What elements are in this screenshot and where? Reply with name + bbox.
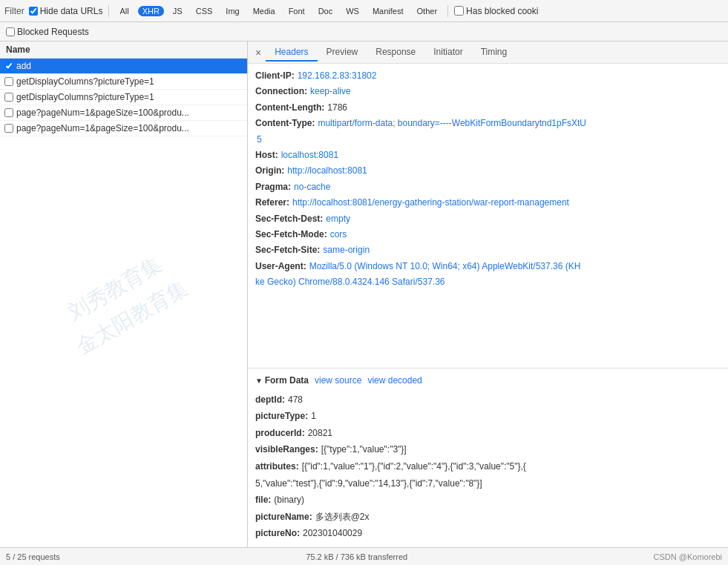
header-val-cont: ke Gecko) Chrome/88.0.4324.146 Safari/53… <box>255 274 445 289</box>
form-val: [{"type":1,"value":"3"}] <box>321 442 407 458</box>
watermark-area: 刘秀教育集金太阳教育集 add getDisplayColumns?pictur… <box>0 59 247 547</box>
form-data-title: Form Data <box>255 373 309 389</box>
form-val: 478 <box>288 392 303 409</box>
header-key: Referer: <box>255 195 289 210</box>
form-val: 多选列表@2x <box>315 509 370 526</box>
tab-response[interactable]: Response <box>367 44 424 62</box>
header-row: Content-Type: multipart/form-data; bound… <box>255 116 721 130</box>
form-row: pictureName: 多选列表@2x <box>255 509 721 526</box>
header-row: Sec-Fetch-Mode: cors <box>255 227 721 242</box>
header-row: User-Agent: Mozilla/5.0 (Windows NT 10.0… <box>255 259 721 274</box>
form-key: pictureType: <box>255 409 308 425</box>
header-row: Referer: http://localhost:8081/energy-ga… <box>255 195 721 210</box>
form-key: file: <box>255 492 271 509</box>
header-row: Sec-Fetch-Site: same-origin <box>255 242 721 257</box>
tab-initiator[interactable]: Initiator <box>424 44 471 62</box>
form-row: visibleRanges: [{"type":1,"value":"3"}] <box>255 442 721 458</box>
has-blocked-label[interactable]: Has blocked cooki <box>454 6 538 16</box>
form-row: pictureType: 1 <box>255 409 721 425</box>
list-item-text: getDisplayColumns?pictureType=1 <box>16 76 243 87</box>
form-key: pictureNo: <box>255 526 300 542</box>
form-val: 20821 <box>308 426 332 442</box>
header-key: Client-IP: <box>255 68 295 83</box>
form-val: 202301040029 <box>303 526 362 542</box>
header-row: Host: localhost:8081 <box>255 148 721 162</box>
list-item[interactable]: getDisplayColumns?pictureType=1 <box>0 90 247 105</box>
header-row: Origin: http://localhost:8081 <box>255 163 721 178</box>
filter-btn-doc[interactable]: Doc <box>314 6 338 16</box>
header-row: Content-Length: 1786 <box>255 100 721 115</box>
header-val: same-origin <box>323 242 370 257</box>
list-item-checkbox[interactable] <box>4 108 13 117</box>
header-row-cont: ke Gecko) Chrome/88.0.4324.146 Safari/53… <box>255 274 721 289</box>
status-right: CSDN @Komorebi <box>654 552 722 561</box>
header-key: Sec-Fetch-Mode: <box>255 227 327 242</box>
status-bar: 5 / 25 requests 75.2 kB / 736 kB transfe… <box>0 547 728 565</box>
header-key: Host: <box>255 148 278 162</box>
view-decoded-link[interactable]: view decoded <box>367 373 422 389</box>
header-key: User-Agent: <box>255 259 306 274</box>
filter-btn-font[interactable]: Font <box>284 6 309 16</box>
header-val: empty <box>326 211 350 226</box>
filter-toolbar: Filter Hide data URLs All XHR JS CSS Img… <box>0 0 728 22</box>
view-source-link[interactable]: view source <box>315 373 361 389</box>
list-item-checkbox[interactable] <box>4 124 13 133</box>
list-item[interactable]: getDisplayColumns?pictureType=1 <box>0 74 247 90</box>
filter-btn-manifest[interactable]: Manifest <box>368 6 408 16</box>
header-key: Sec-Fetch-Dest: <box>255 211 323 226</box>
blocked-requests-checkbox[interactable] <box>6 27 15 36</box>
network-list: add getDisplayColumns?pictureType=1 getD… <box>0 59 247 136</box>
filter-btn-all[interactable]: All <box>115 6 133 16</box>
header-val: 1786 <box>327 100 347 115</box>
form-val: 1 <box>311 409 316 425</box>
tab-preview[interactable]: Preview <box>318 44 367 62</box>
divider <box>108 5 109 17</box>
header-val: keep-alive <box>310 84 351 99</box>
form-row: pictureNo: 202301040029 <box>255 526 721 542</box>
filter-btn-other[interactable]: Other <box>413 6 442 16</box>
filter-btn-media[interactable]: Media <box>249 6 280 16</box>
has-blocked-text: Has blocked cooki <box>466 6 538 16</box>
status-requests: 5 / 25 requests <box>6 552 60 561</box>
header-key: Connection: <box>255 84 307 99</box>
form-data-header: Form Data view source view decoded <box>255 373 721 389</box>
list-item-checkbox[interactable] <box>4 62 13 70</box>
list-item-text: page?pageNum=1&pageSize=100&produ... <box>16 123 243 133</box>
toolbar2: Blocked Requests <box>0 22 728 42</box>
hide-data-urls-checkbox[interactable] <box>29 7 38 16</box>
tab-headers[interactable]: Headers <box>266 44 317 62</box>
hide-data-urls-checkbox-label[interactable]: Hide data URLs <box>29 6 103 16</box>
hide-data-urls-label: Hide data URLs <box>40 6 103 16</box>
list-item-checkbox[interactable] <box>4 93 13 102</box>
left-panel: Name 刘秀教育集金太阳教育集 add getDisplayColumns?p… <box>0 42 248 547</box>
form-key: attributes: <box>255 459 299 475</box>
list-item[interactable]: page?pageNum=1&pageSize=100&produ... <box>0 105 247 121</box>
blocked-requests-label[interactable]: Blocked Requests <box>6 27 89 37</box>
header-val: http://localhost:8081 <box>287 163 367 178</box>
tab-timing[interactable]: Timing <box>472 44 517 62</box>
has-blocked-checkbox[interactable] <box>454 6 464 16</box>
header-row-cont: 5 <box>255 132 721 147</box>
status-transfer: 75.2 kB / 736 kB transferred <box>306 552 407 561</box>
form-val: (binary) <box>274 492 304 509</box>
header-key: Content-Length: <box>255 100 324 115</box>
list-item[interactable]: add <box>0 59 247 74</box>
filter-btn-img[interactable]: Img <box>221 6 243 16</box>
form-row: file: (binary) <box>255 492 721 509</box>
header-row: Sec-Fetch-Dest: empty <box>255 211 721 226</box>
list-item-checkbox[interactable] <box>4 77 13 86</box>
filter-btn-xhr[interactable]: XHR <box>138 6 164 16</box>
filter-btn-js[interactable]: JS <box>168 6 187 16</box>
header-key: Origin: <box>255 163 284 178</box>
header-val: localhost:8081 <box>281 148 338 162</box>
form-val-cont: 5,"value":"test"},{"id":9,"value":"14,13… <box>255 476 482 492</box>
filter-btn-css[interactable]: CSS <box>191 6 217 16</box>
form-key: deptId: <box>255 392 285 409</box>
list-item[interactable]: page?pageNum=1&pageSize=100&produ... <box>0 121 247 136</box>
form-row: producerId: 20821 <box>255 426 721 442</box>
main-area: Name 刘秀教育集金太阳教育集 add getDisplayColumns?p… <box>0 42 728 547</box>
filter-btn-ws[interactable]: WS <box>341 6 364 16</box>
form-val: [{"id":1,"value":"1"},{"id":2,"value":"4… <box>302 459 526 475</box>
header-row: Pragma: no-cache <box>255 179 721 194</box>
close-icon[interactable]: × <box>251 45 266 60</box>
